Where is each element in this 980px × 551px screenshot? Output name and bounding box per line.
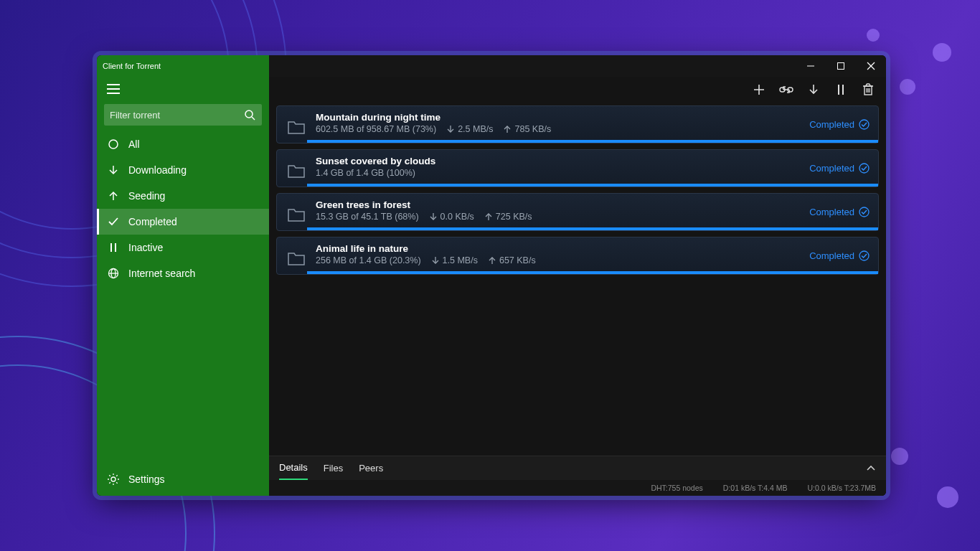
svg-line-19 [109, 475, 110, 476]
sidebar-item-downloading[interactable]: Downloading [97, 157, 269, 183]
svg-line-36 [870, 84, 870, 86]
download-speed: 0.0 KB/s [429, 212, 474, 222]
progress-bar [307, 140, 878, 143]
torrent-title: Mountain during night time [316, 112, 870, 123]
download-arrow-icon [107, 164, 120, 176]
circle-icon [107, 138, 120, 151]
upload-speed: 657 KB/s [488, 255, 536, 265]
svg-point-6 [109, 140, 118, 149]
folder-icon [286, 202, 307, 227]
torrent-size: 256 MB of 1.4 GB (20.3%) [316, 255, 421, 265]
maximize-button[interactable] [826, 55, 856, 77]
status-label: Completed [809, 207, 854, 217]
bottom-tabs: Details Files Peers [269, 456, 886, 480]
progress-bar [307, 184, 878, 187]
sidebar-item-completed[interactable]: Completed [97, 209, 269, 235]
svg-point-40 [859, 120, 869, 129]
main-panel: Mountain during night time 602.5 MB of 9… [269, 77, 886, 496]
sidebar-item-internet-search[interactable]: Internet search [97, 260, 269, 286]
app-window: Client for Torrent [97, 55, 886, 496]
app-title: Client for Torrent [97, 55, 269, 77]
status-download: D:01 kB/s T:4.4 MB [723, 484, 788, 492]
status-label: Completed [809, 119, 854, 130]
svg-line-5 [252, 117, 255, 120]
torrent-row[interactable]: Animal life in nature 256 MB of 1.4 GB (… [276, 237, 879, 275]
torrent-stats: 256 MB of 1.4 GB (20.3%) 1.5 MB/s 657 KB… [316, 255, 870, 265]
torrent-size: 1.4 GB of 1.4 GB (100%) [316, 168, 415, 178]
progress-fill [307, 184, 878, 187]
settings-label: Settings [128, 474, 165, 485]
start-button[interactable] [806, 82, 821, 98]
svg-line-35 [866, 84, 867, 86]
status-label: Completed [809, 163, 854, 174]
torrent-size: 602.5 MB of 958.67 MB (73%) [316, 124, 436, 134]
status-bar: DHT:755 nodes D:01 kB/s T:4.4 MB U:0.0 k… [269, 480, 886, 496]
progress-fill [307, 271, 878, 274]
upload-speed: 785 KB/s [503, 124, 551, 134]
minimize-button[interactable] [796, 55, 826, 77]
progress-bar [307, 227, 878, 230]
svg-point-14 [111, 477, 116, 481]
torrent-status: Completed [809, 250, 870, 261]
gear-icon [107, 473, 120, 486]
status-label: Completed [809, 250, 854, 261]
torrent-stats: 1.4 GB of 1.4 GB (100%) [316, 168, 870, 178]
tab-files[interactable]: Files [324, 457, 343, 479]
tab-peers[interactable]: Peers [359, 457, 383, 479]
torrent-body: Green trees in forest 15.3 GB of 45.1 TB… [316, 199, 870, 230]
delete-button[interactable] [860, 82, 876, 98]
sidebar-item-label: Completed [128, 216, 177, 227]
torrent-body: Animal life in nature 256 MB of 1.4 GB (… [316, 243, 870, 274]
check-circle-icon [859, 250, 870, 261]
torrent-status: Completed [809, 207, 870, 217]
titlebar: Client for Torrent [97, 55, 886, 77]
torrent-body: Mountain during night time 602.5 MB of 9… [316, 112, 870, 143]
download-speed: 2.5 MB/s [446, 124, 493, 134]
torrent-row[interactable]: Sunset covered by clouds 1.4 GB of 1.4 G… [276, 149, 879, 187]
check-circle-icon [859, 163, 870, 174]
progress-bar [307, 271, 878, 274]
nav-list: All Downloading Seeding [97, 131, 269, 463]
torrent-row[interactable]: Green trees in forest 15.3 GB of 45.1 TB… [276, 193, 879, 231]
folder-icon [286, 159, 307, 183]
body-area: All Downloading Seeding [97, 77, 886, 496]
filter-row[interactable] [104, 104, 262, 126]
status-upload: U:0.0 kB/s T:23.7MB [807, 484, 876, 492]
sidebar-item-inactive[interactable]: Inactive [97, 235, 269, 260]
torrent-body: Sunset covered by clouds 1.4 GB of 1.4 G… [316, 156, 870, 187]
hamburger-button[interactable] [97, 77, 269, 101]
torrent-row[interactable]: Mountain during night time 602.5 MB of 9… [276, 105, 879, 143]
download-speed: 1.5 MB/s [431, 255, 478, 265]
svg-line-20 [116, 482, 118, 484]
svg-line-22 [116, 475, 118, 476]
sidebar-item-all[interactable]: All [97, 131, 269, 157]
torrent-title: Green trees in forest [316, 199, 870, 210]
svg-point-47 [859, 251, 869, 260]
window-controls [269, 55, 886, 77]
folder-icon [286, 246, 307, 270]
torrent-stats: 15.3 GB of 45.1 TB (68%) 0.0 KB/s 725 KB… [316, 212, 870, 222]
search-icon[interactable] [243, 108, 256, 121]
expand-panel-button[interactable] [866, 463, 876, 474]
sidebar-item-label: Downloading [128, 164, 187, 176]
svg-point-41 [859, 164, 869, 173]
sidebar: All Downloading Seeding [97, 77, 269, 496]
close-button[interactable] [856, 55, 886, 77]
torrent-status: Completed [809, 119, 870, 130]
sidebar-item-seeding[interactable]: Seeding [97, 183, 269, 209]
add-torrent-button[interactable] [751, 82, 767, 98]
svg-line-21 [109, 482, 110, 484]
svg-rect-1 [838, 63, 844, 70]
torrent-status: Completed [809, 163, 870, 174]
filter-input[interactable] [110, 110, 243, 121]
torrent-title: Animal life in nature [316, 243, 870, 254]
add-link-button[interactable] [778, 82, 794, 98]
sidebar-item-label: All [128, 138, 140, 150]
folder-icon [286, 115, 307, 139]
torrent-list: Mountain during night time 602.5 MB of 9… [269, 103, 886, 278]
settings-button[interactable]: Settings [97, 463, 269, 496]
pause-button[interactable] [833, 82, 849, 98]
upload-speed: 725 KB/s [484, 212, 532, 222]
tab-details[interactable]: Details [279, 456, 308, 480]
svg-point-4 [245, 110, 253, 118]
